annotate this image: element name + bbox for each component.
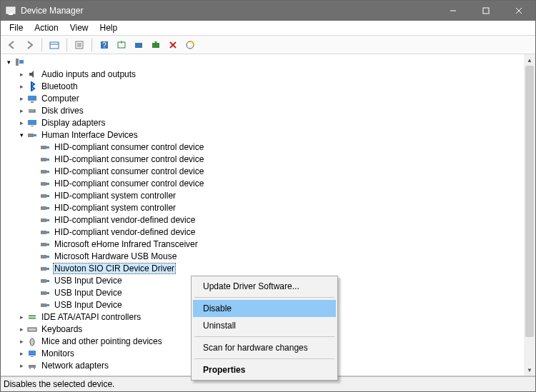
tree-row[interactable]: ▸Display adapters xyxy=(1,116,524,129)
scan-button[interactable] xyxy=(114,38,129,52)
hid-icon xyxy=(39,191,51,201)
svg-rect-45 xyxy=(46,231,49,233)
tree-row[interactable]: Microsoft Hardware USB Mouse xyxy=(1,250,524,262)
svg-rect-38 xyxy=(41,194,46,198)
tree-item-label: Nuvoton SIO CIR Device Driver xyxy=(53,263,176,274)
chevron-right-icon[interactable]: ▸ xyxy=(16,71,26,78)
close-button[interactable] xyxy=(502,1,535,21)
pc-icon xyxy=(14,57,25,67)
svg-rect-32 xyxy=(41,158,46,161)
vertical-scrollbar[interactable]: ▲ ▼ xyxy=(524,54,535,376)
tree-row[interactable]: ▸Bluetooth xyxy=(1,80,524,92)
ctx-disable[interactable]: Disable xyxy=(193,300,336,317)
chevron-right-icon[interactable]: ▸ xyxy=(16,95,26,102)
tree-row[interactable]: HID-compliant vendor-defined device xyxy=(1,226,524,238)
chevron-right-icon[interactable]: ▸ xyxy=(16,83,26,90)
tree-row[interactable]: ▾Human Interface Devices xyxy=(1,129,524,141)
hid-icon xyxy=(39,276,51,286)
toolbar-separator xyxy=(41,39,42,51)
svg-rect-31 xyxy=(46,146,49,149)
menu-help[interactable]: Help xyxy=(94,21,124,34)
tree-item-label: USB Input Device xyxy=(53,300,124,310)
enable-button[interactable] xyxy=(183,38,197,52)
hid-icon xyxy=(39,215,51,225)
tree-row[interactable]: HID-compliant system controller xyxy=(1,201,524,213)
ctx-properties[interactable]: Properties xyxy=(193,361,336,378)
mouse-icon xyxy=(26,336,38,346)
back-button[interactable] xyxy=(5,38,19,52)
scroll-down-icon[interactable]: ▼ xyxy=(524,364,535,376)
chevron-right-icon[interactable]: ▸ xyxy=(16,326,26,333)
svg-rect-0 xyxy=(6,7,15,14)
tree-item-label: HID-compliant system controller xyxy=(53,203,177,213)
tree-row[interactable]: ▸Audio inputs and outputs xyxy=(1,68,524,80)
tree-item-label: HID-compliant consumer control device xyxy=(53,154,205,164)
chevron-right-icon[interactable]: ▸ xyxy=(16,119,26,126)
menu-file[interactable]: File xyxy=(4,21,29,34)
tree-row[interactable]: HID-compliant consumer control device xyxy=(1,165,524,177)
help-button[interactable]: ? xyxy=(97,38,111,52)
svg-rect-34 xyxy=(41,170,46,174)
tree-row[interactable]: ▾ xyxy=(1,56,524,68)
svg-rect-15 xyxy=(135,43,142,48)
svg-rect-50 xyxy=(41,267,46,271)
tree-row[interactable]: HID-compliant consumer control device xyxy=(1,141,524,153)
maximize-button[interactable] xyxy=(470,1,502,21)
svg-rect-28 xyxy=(28,134,34,137)
chevron-right-icon[interactable]: ▸ xyxy=(16,338,26,345)
uninstall-button[interactable] xyxy=(149,38,163,52)
svg-rect-48 xyxy=(41,255,46,258)
properties-button[interactable] xyxy=(72,38,86,52)
ctx-uninstall[interactable]: Uninstall xyxy=(193,317,336,334)
disk-icon xyxy=(26,106,38,116)
disable-button[interactable] xyxy=(166,38,180,52)
ctx-scan[interactable]: Scan for hardware changes xyxy=(193,339,336,356)
update-button[interactable] xyxy=(131,38,146,52)
toolbar: ? xyxy=(1,36,535,54)
forward-button[interactable] xyxy=(22,38,36,52)
svg-rect-51 xyxy=(46,268,49,270)
svg-rect-64 xyxy=(29,365,36,368)
tree-row[interactable]: HID-compliant system controller xyxy=(1,189,524,201)
svg-point-61 xyxy=(30,338,34,346)
chevron-right-icon[interactable]: ▸ xyxy=(16,107,26,114)
scroll-up-icon[interactable]: ▲ xyxy=(524,54,535,66)
svg-rect-23 xyxy=(31,101,34,103)
tree-item-label: HID-compliant consumer control device xyxy=(53,142,205,152)
menu-action[interactable]: Action xyxy=(29,21,64,34)
hid-icon xyxy=(39,227,51,237)
chevron-down-icon[interactable]: ▾ xyxy=(16,131,26,139)
tree-item-label: Mice and other pointing devices xyxy=(40,336,164,346)
chevron-right-icon[interactable]: ▸ xyxy=(16,350,26,357)
context-separator xyxy=(194,358,334,359)
tree-row[interactable]: Nuvoton SIO CIR Device Driver xyxy=(1,262,524,274)
tree-row[interactable]: HID-compliant consumer control device xyxy=(1,153,524,165)
tree-row[interactable]: Microsoft eHome Infrared Transceiver xyxy=(1,238,524,250)
chevron-down-icon[interactable]: ▾ xyxy=(4,59,14,66)
chevron-right-icon[interactable]: ▸ xyxy=(16,313,26,321)
scroll-thumb[interactable] xyxy=(525,66,534,337)
hid-icon xyxy=(39,203,51,213)
svg-rect-62 xyxy=(29,351,36,356)
svg-point-25 xyxy=(34,110,35,111)
svg-rect-21 xyxy=(19,60,24,64)
scroll-track[interactable] xyxy=(524,66,535,364)
tree-row[interactable]: ▸Disk drives xyxy=(1,104,524,116)
minimize-button[interactable] xyxy=(437,1,470,21)
title-bar: Device Manager xyxy=(1,1,535,21)
tree-row[interactable]: HID-compliant vendor-defined device xyxy=(1,213,524,226)
tree-item-label: HID-compliant vendor-defined device xyxy=(53,227,197,237)
menu-view[interactable]: View xyxy=(64,21,94,34)
bluetooth-icon xyxy=(26,81,38,91)
tree-row[interactable]: ▸Computer xyxy=(1,92,524,104)
hid-icon xyxy=(39,300,51,310)
show-hide-button[interactable] xyxy=(47,38,61,52)
tree-item-label: Monitors xyxy=(40,348,76,358)
svg-rect-20 xyxy=(16,59,19,66)
tree-row[interactable]: HID-compliant consumer control device xyxy=(1,177,524,189)
hid-icon xyxy=(39,154,51,164)
window-title: Device Manager xyxy=(21,6,83,16)
svg-rect-43 xyxy=(46,219,49,221)
ctx-update-driver[interactable]: Update Driver Software... xyxy=(193,278,336,295)
chevron-right-icon[interactable]: ▸ xyxy=(16,362,26,369)
